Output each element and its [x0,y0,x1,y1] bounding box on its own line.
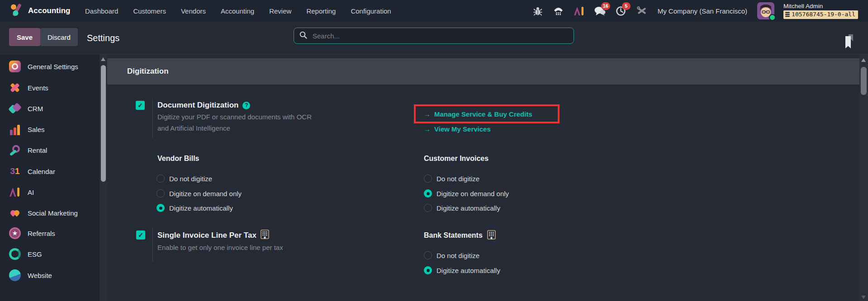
main-scrollbar[interactable] [859,54,868,301]
enterprise-building-icon [261,230,269,241]
app-name[interactable]: Accounting [28,6,71,15]
database-badge: 105768745-19-0-all [783,10,858,19]
activities-count-badge: 5 [622,2,631,10]
bank-statements-option-do-not-digitize[interactable]: Do not digitize [424,250,479,261]
single-invoice-line-description: Enable to get only one invoice line per … [157,242,347,253]
discard-button[interactable]: Discard [40,28,78,46]
sidebar-scrollbar-thumb[interactable] [101,65,106,182]
activities-icon[interactable]: 5 [615,5,627,17]
menu-dashboard[interactable]: Dashboard [85,7,118,15]
main-scrollbar-thumb[interactable] [861,67,867,95]
vendor-bills-label: Vendor Bills [157,153,199,164]
sidebar-scroll-up-arrow[interactable] [101,57,105,61]
general-settings-icon [9,61,21,72]
highlight-red-box: → Manage Service & Buy Credits [414,104,560,123]
settings-content: Digitization Document Digitization ? Dig… [107,54,859,301]
single-invoice-line-checkbox[interactable] [136,230,145,240]
single-invoice-line-label: Single Invoice Line Per Tax [157,230,269,241]
top-menu: Dashboard Customers Vendors Accounting R… [85,0,391,22]
sidebar-item-referrals[interactable]: Referrals [0,223,100,244]
accounting-app-logo-icon [10,4,23,18]
radio-unselected[interactable] [424,204,432,212]
search-icon [299,31,307,41]
sidebar-item-esg[interactable]: ESG [0,244,100,264]
menu-reporting[interactable]: Reporting [306,7,336,15]
tools-icon[interactable] [636,5,648,17]
search-input[interactable] [312,32,568,40]
menu-accounting[interactable]: Accounting [221,7,254,15]
bank-statements-option-digitize-automatically[interactable]: Digitize automatically [424,265,500,276]
menu-customers[interactable]: Customers [133,7,166,15]
sidebar-scrollbar[interactable] [100,54,107,301]
user-name: Mitchell Admin [783,3,823,9]
phone-icon[interactable] [553,5,564,17]
radio-unselected[interactable] [424,251,432,259]
radio-unselected[interactable] [157,189,165,198]
customer-invoices-option-digitize-automatically[interactable]: Digitize automatically [424,202,500,213]
bank-statements-label: Bank Statements [424,230,496,241]
top-nav-right: 16 5 My Company (Sa [532,0,858,22]
manage-service-link[interactable]: → Manage Service & Buy Credits [424,110,532,118]
page-title: Settings [87,22,119,54]
main-scroll-down-arrow[interactable] [861,296,866,299]
bookmark-icon[interactable] [844,34,854,51]
divider [152,99,153,138]
control-bar: Save Discard Settings [0,22,868,54]
radio-selected[interactable] [424,266,432,274]
vendor-bills-option-do-not-digitize[interactable]: Do not digitize [157,173,212,184]
vendor-bills-option-digitize-automatically[interactable]: Digitize automatically [157,202,233,213]
bug-icon[interactable] [532,5,544,17]
user-menu[interactable]: Mitchell Admin 105768745-19-0-all [783,3,858,19]
menu-configuration[interactable]: Configuration [351,7,391,15]
sales-icon [9,123,21,135]
section-header-digitization: Digitization [107,58,859,85]
radio-unselected[interactable] [157,174,165,183]
sidebar-item-calendar[interactable]: 31 Calendar [0,161,100,182]
search-bar[interactable] [294,28,574,44]
esg-icon [9,248,21,260]
online-status-dot [769,14,776,21]
website-icon [9,269,21,281]
events-icon [9,82,21,94]
sidebar-item-events[interactable]: Events [0,77,100,98]
arrow-right-icon: → [424,110,431,118]
sidebar-item-rental[interactable]: Rental [0,140,100,160]
crm-icon [9,103,21,114]
calendar-icon: 31 [9,165,21,177]
menu-review[interactable]: Review [269,7,291,15]
settings-sidebar: General Settings Events CRM Sales Rental… [0,54,100,301]
view-my-services-link[interactable]: → View My Services [424,125,491,133]
main-scroll-up-arrow[interactable] [861,58,866,62]
odoo-settings-screen: Accounting Dashboard Customers Vendors A… [0,0,868,301]
sidebar-item-crm[interactable]: CRM [0,98,100,119]
sidebar-item-social-marketing[interactable]: Social Marketing [0,202,100,223]
avatar[interactable] [757,2,774,19]
save-button[interactable]: Save [9,28,40,46]
sidebar-item-ai[interactable]: AI [0,182,100,202]
customer-invoices-option-digitize-on-demand[interactable]: Digitize on demand only [424,188,509,199]
app-brand[interactable]: Accounting [10,0,71,22]
rental-icon [9,144,21,156]
social-marketing-icon [9,207,21,219]
document-digitization-description: Digitize your PDF or scanned documents w… [157,111,317,134]
messages-count-badge: 16 [601,2,610,10]
sidebar-item-website[interactable]: Website [0,265,100,286]
ai-icon[interactable] [574,5,585,17]
referrals-icon [9,227,21,239]
document-digitization-label: Document Digitization ? [157,100,250,111]
sidebar-item-sales[interactable]: Sales [0,119,100,140]
sidebar-item-general-settings[interactable]: General Settings [0,56,100,77]
radio-selected[interactable] [424,189,432,198]
help-icon[interactable]: ? [242,102,250,109]
company-switcher[interactable]: My Company (San Francisco) [658,7,747,15]
customer-invoices-option-do-not-digitize[interactable]: Do not digitize [424,173,479,184]
messages-icon[interactable]: 16 [594,5,606,17]
enterprise-building-icon [487,230,496,241]
top-nav-bar: Accounting Dashboard Customers Vendors A… [0,0,868,22]
radio-unselected[interactable] [424,174,432,183]
radio-selected[interactable] [157,204,165,212]
customer-invoices-label: Customer Invoices [424,153,489,164]
document-digitization-checkbox[interactable] [136,101,145,110]
menu-vendors[interactable]: Vendors [181,7,206,15]
vendor-bills-option-digitize-on-demand[interactable]: Digitize on demand only [157,188,242,199]
